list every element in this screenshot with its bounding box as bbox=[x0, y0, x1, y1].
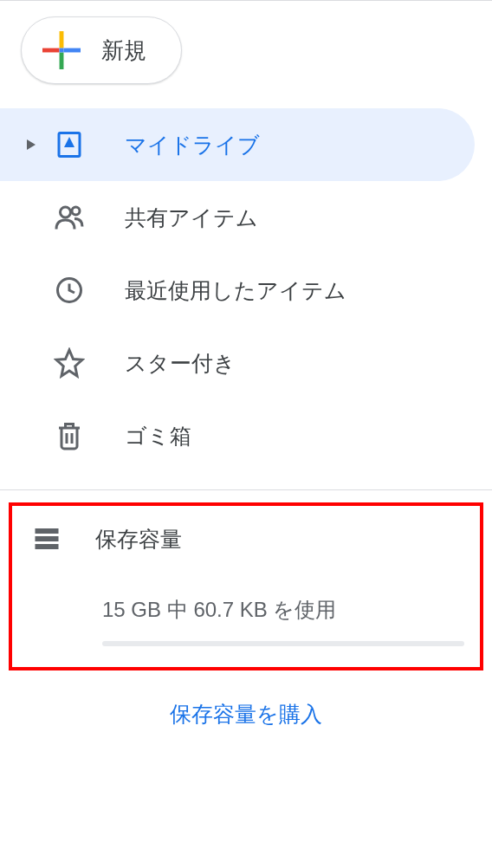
sidebar-nav: マイドライブ 共有アイテム 最近使用したアイテム bbox=[0, 108, 492, 472]
svg-rect-11 bbox=[36, 544, 59, 549]
storage-section: 保存容量 15 GB 中 60.7 KB を使用 bbox=[9, 502, 483, 670]
storage-header[interactable]: 保存容量 bbox=[16, 521, 480, 556]
expand-triangle-icon[interactable] bbox=[24, 139, 38, 150]
trash-icon bbox=[52, 418, 87, 453]
new-button[interactable]: 新規 bbox=[21, 16, 182, 84]
nav-item-my-drive[interactable]: マイドライブ bbox=[0, 108, 475, 181]
clock-icon bbox=[52, 273, 87, 308]
svg-rect-1 bbox=[60, 52, 64, 69]
storage-progress-bar bbox=[102, 641, 464, 646]
nav-label: ゴミ箱 bbox=[125, 422, 191, 450]
buy-storage-container: 保存容量を購入 bbox=[0, 700, 492, 729]
svg-point-7 bbox=[72, 207, 80, 215]
buy-storage-link[interactable]: 保存容量を購入 bbox=[170, 702, 322, 726]
nav-item-starred[interactable]: スター付き bbox=[0, 327, 492, 399]
drive-icon bbox=[52, 127, 87, 162]
svg-rect-3 bbox=[63, 49, 81, 53]
storage-usage-text: 15 GB 中 60.7 KB を使用 bbox=[102, 596, 480, 624]
nav-label: 共有アイテム bbox=[125, 204, 258, 232]
nav-item-trash[interactable]: ゴミ箱 bbox=[0, 399, 492, 472]
new-button-label: 新規 bbox=[101, 36, 146, 66]
svg-rect-9 bbox=[36, 528, 59, 534]
svg-rect-4 bbox=[60, 49, 64, 53]
storage-label: 保存容量 bbox=[95, 525, 182, 554]
storage-icon bbox=[29, 521, 64, 556]
nav-label: マイドライブ bbox=[125, 131, 260, 159]
nav-label: 最近使用したアイテム bbox=[125, 276, 346, 305]
nav-item-shared[interactable]: 共有アイテム bbox=[0, 181, 492, 254]
divider bbox=[0, 489, 492, 490]
svg-rect-0 bbox=[60, 31, 64, 49]
star-icon bbox=[52, 346, 87, 380]
nav-label: スター付き bbox=[125, 349, 236, 378]
people-icon bbox=[52, 200, 87, 235]
svg-rect-10 bbox=[36, 536, 59, 541]
svg-point-6 bbox=[61, 207, 71, 217]
plus-icon bbox=[42, 31, 81, 69]
nav-item-recent[interactable]: 最近使用したアイテム bbox=[0, 254, 492, 327]
svg-rect-2 bbox=[42, 49, 60, 53]
